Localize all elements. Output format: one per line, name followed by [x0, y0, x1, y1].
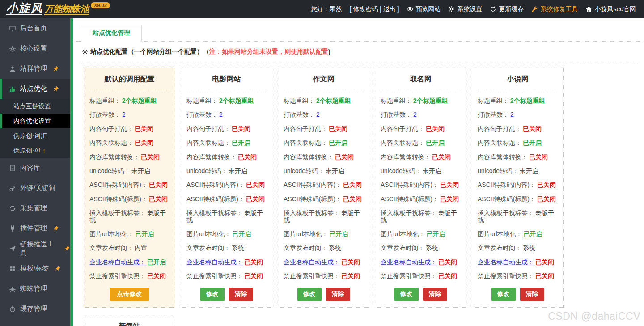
sidebar-subitem[interactable]: 伪原创·AI ↑ — [0, 143, 70, 158]
card-action-button[interactable]: 修改 — [200, 288, 225, 301]
config-row-value: 已关闭 — [335, 153, 354, 161]
config-row-label: 插入模板干扰标签： — [478, 209, 534, 216]
card-action-button[interactable]: 修改 — [491, 288, 516, 301]
config-row: 图片url本地化：已开启 — [478, 231, 558, 237]
header-nav-item[interactable]: 系统修复工具 — [531, 5, 578, 13]
sidebar-submenu: 站点互链设置 内容优化设置 伪原创·词汇 — [0, 99, 70, 158]
config-row: 企业名称自动生成：已关闭 — [186, 259, 267, 266]
card-action-button[interactable]: 清除 — [229, 288, 253, 301]
config-row-value: 2个标题重组 — [413, 97, 448, 104]
config-row-value: 2 — [510, 111, 514, 118]
config-row-label: 标题重组： — [89, 97, 121, 104]
sidebar-item[interactable]: 站点优化 — [0, 79, 70, 99]
header-nav-item[interactable]: 预览网站 — [407, 5, 441, 13]
sidebar-item[interactable]: 模板/标签 — [0, 258, 70, 279]
config-row-label: 内容关联标题： — [186, 139, 230, 146]
tab-bar: 站点优化管理 — [73, 18, 644, 42]
sidebar-subitem[interactable]: 站点互链设置 — [0, 99, 70, 114]
config-row-value: 2 — [122, 111, 126, 118]
eye-icon — [407, 6, 413, 13]
config-row-value: 已关闭 — [343, 195, 362, 203]
config-row: ASCII特殊码(内容)：已关闭 — [186, 182, 267, 188]
config-row: 文章发布时间：系统 — [478, 245, 558, 251]
config-row-label[interactable]: 企业名称自动生成： — [186, 258, 243, 266]
config-row-label[interactable]: 企业名称自动生成： — [478, 258, 534, 266]
config-row: 标题重组：2个标题重组 — [381, 97, 461, 104]
config-row-value: 已开启 — [147, 258, 166, 266]
card-action-button[interactable]: 修改 — [297, 288, 322, 301]
config-row: 图片url本地化：已开启 — [284, 231, 364, 237]
logo-text-secondary: 万能蜘蛛池 — [44, 4, 89, 15]
sidebar-item[interactable]: 核心设置 — [0, 38, 70, 59]
config-row: unicode转码：未开启 — [381, 168, 461, 174]
card-title: 默认的调用配置 — [89, 68, 169, 90]
logout-link[interactable]: 退出 — [383, 5, 396, 13]
sidebar-subitem[interactable]: 内容优化设置 — [0, 114, 70, 128]
config-row-label: 图片url本地化： — [89, 230, 134, 237]
config-row-value: 已关闭 — [147, 272, 166, 279]
config-row-value: 已关闭 — [341, 258, 360, 266]
sidebar-subitem-label: 内容优化设置 — [13, 117, 51, 125]
config-row-value: 已关闭 — [149, 181, 168, 188]
sidebar-item[interactable]: 插件管理 — [0, 218, 70, 238]
config-row-label[interactable]: 企业名称自动生成： — [381, 258, 437, 266]
card-action-button[interactable]: 点击修改 — [110, 288, 149, 301]
config-row-label: 禁止搜索引擎快照： — [284, 272, 340, 279]
config-row-label: 插入模板干扰标签： — [89, 209, 146, 216]
config-row-label[interactable]: 企业名称自动生成： — [284, 258, 340, 266]
config-row-value: 已关闭 — [329, 125, 347, 132]
sidebar-subitem[interactable]: 伪原创·词汇 — [0, 128, 70, 143]
config-row-value: 2个标题重组 — [510, 97, 545, 104]
section-title: 站点优化配置（一个网站分组一个配置）（ — [90, 48, 209, 56]
sync-icon — [9, 205, 16, 212]
config-row: 企业名称自动生成：已关闭 — [284, 259, 364, 266]
config-row: ASCII特殊码(内容)：已关闭 — [89, 182, 169, 188]
sidebar-item-label: 采集管理 — [20, 204, 47, 212]
config-row-label: unicode转码： — [186, 167, 227, 174]
config-row-label: 禁止搜索引擎快照： — [478, 272, 534, 279]
sidebar-menu: 后台首页 核心设置 站群管理 — [0, 18, 70, 319]
tab-site-optimization[interactable]: 站点优化管理 — [81, 25, 142, 42]
config-row-label[interactable]: 企业名称自动生成： — [89, 258, 146, 266]
change-password-link[interactable]: 修改密码 — [353, 5, 378, 13]
sidebar-item[interactable]: 蜘蛛管理 — [0, 279, 70, 299]
sidebar-subitem-label: 伪原创·词汇 — [13, 132, 47, 140]
sidebar-item[interactable]: 外链/关键词 — [0, 178, 70, 198]
config-row-label: 文章发布时间： — [186, 244, 230, 251]
config-row-value: 已开启 — [136, 230, 154, 237]
header-nav: 预览网站 系统设置 更新缓存 系统修复工具 — [407, 5, 636, 13]
header-nav-item[interactable]: 系统设置 — [448, 5, 482, 13]
username: 果然 — [329, 5, 342, 13]
config-row-value: 已关闭 — [232, 125, 250, 132]
sidebar-item[interactable]: 链接推送工具 — [0, 238, 70, 258]
config-row-label: 内容库繁体转换： — [186, 153, 237, 161]
sidebar-item[interactable]: 后台首页 — [0, 18, 70, 38]
config-row-value: 已关闭 — [246, 195, 265, 203]
grid-icon — [9, 265, 16, 272]
config-row-label: 图片url本地化： — [478, 230, 522, 237]
card-action-button[interactable]: 清除 — [520, 288, 544, 301]
card-action-button[interactable]: 清除 — [423, 288, 447, 301]
sidebar-item[interactable]: 内容库 — [0, 158, 70, 178]
config-row-label: 内容句子打乱： — [381, 125, 424, 132]
sidebar-item[interactable]: 采集管理 — [0, 198, 70, 218]
config-row: 插入模板干扰标签：老版干扰 — [381, 210, 461, 224]
card-action-button[interactable]: 修改 — [394, 288, 419, 301]
header-nav-item[interactable]: 小旋风seo官网 — [585, 5, 636, 13]
config-row-value: 已关闭 — [426, 125, 445, 132]
config-row-label: 内容关联标题： — [89, 139, 133, 146]
header-nav-item[interactable]: 更新缓存 — [490, 5, 524, 13]
config-row-label: 插入模板干扰标签： — [186, 209, 243, 216]
config-row-value: 已关闭 — [149, 195, 168, 203]
card-action-button[interactable]: 清除 — [326, 288, 350, 301]
config-row-value: 已关闭 — [244, 258, 263, 266]
config-row: 内容关联标题：已开启 — [478, 140, 558, 146]
sidebar-item-label: 链接推送工具 — [20, 240, 58, 257]
header-nav-label: 预览网站 — [415, 5, 441, 13]
app-logo[interactable]: 小旋风 万能蜘蛛池 X9.02 — [0, 1, 116, 17]
config-card: 电影网站 标题重组：2个标题重组 打散基数：2 内容句子打乱：已关闭 — [181, 68, 272, 308]
sidebar-item[interactable]: 站群管理 — [0, 59, 70, 79]
config-row-label: 打散基数： — [381, 111, 412, 118]
config-row-label: 内容库繁体转换： — [381, 153, 431, 161]
sidebar-item[interactable]: 缓存管理 — [0, 299, 70, 319]
